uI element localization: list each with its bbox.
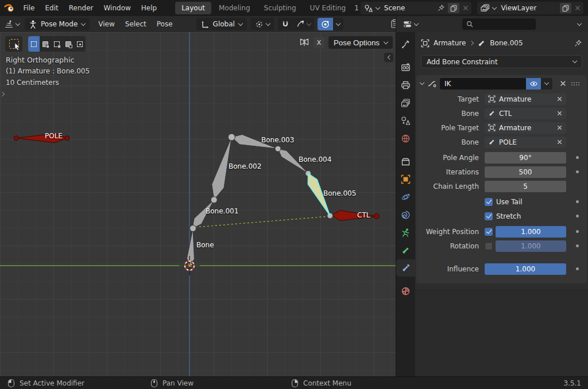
remove-view-layer-icon[interactable] <box>574 5 581 11</box>
snap-target-selector[interactable] <box>293 18 314 30</box>
tab-scene[interactable] <box>396 112 415 129</box>
tab-object[interactable] <box>396 170 415 188</box>
properties-search[interactable] <box>462 18 536 30</box>
pole-angle-animate-dot[interactable] <box>576 156 579 159</box>
bone-value[interactable]: CTL <box>499 110 553 118</box>
constraint-name-field[interactable]: IK <box>440 78 526 90</box>
tab-tool[interactable] <box>396 36 415 53</box>
chain-length-field[interactable]: 5 <box>485 181 566 192</box>
select-subtract-tool[interactable] <box>51 36 63 52</box>
stretch-animate-dot[interactable] <box>576 215 579 217</box>
tab-object-data[interactable] <box>396 224 415 241</box>
influence-animate-dot[interactable] <box>576 267 579 270</box>
use-tail-checkbox[interactable] <box>485 198 493 206</box>
use-tail-animate-dot[interactable] <box>576 200 579 203</box>
select-box-tool[interactable] <box>28 36 40 52</box>
constraint-enable-toggle[interactable] <box>526 78 541 90</box>
tab-output[interactable] <box>396 76 415 94</box>
tab-object-constraints[interactable] <box>396 206 415 223</box>
rotation-slider[interactable]: 1.000 <box>496 240 566 252</box>
rotation-animate-dot[interactable] <box>576 244 579 247</box>
pole-target-field[interactable]: Armature <box>485 122 566 134</box>
clipboard-icon[interactable] <box>390 19 396 29</box>
proportional-falloff-selector[interactable] <box>333 18 343 30</box>
tab-view-layer[interactable] <box>396 94 415 111</box>
pole-bone-field[interactable]: POLE <box>485 137 566 148</box>
tab-physics[interactable] <box>396 188 415 205</box>
target-field[interactable]: Armature <box>485 94 566 105</box>
pole-bone-value[interactable]: POLE <box>499 138 553 146</box>
breadcrumb-bone[interactable]: Bone.005 <box>490 39 523 47</box>
viewport-3d[interactable]: POLE Bone.003 Bone.004 Bone.002 Bone.005… <box>0 32 396 376</box>
tab-world[interactable] <box>396 130 415 147</box>
unlink-scene-icon[interactable] <box>462 5 469 11</box>
rotation-checkbox[interactable] <box>485 242 493 250</box>
pin-id-icon[interactable] <box>574 39 582 48</box>
sidebar-collapse-arrow[interactable] <box>384 53 393 62</box>
bone-field[interactable]: CTL <box>485 108 566 119</box>
tab-material[interactable] <box>396 282 415 299</box>
weight-position-checkbox[interactable] <box>485 228 493 236</box>
tab-bone-constraint[interactable] <box>396 259 415 277</box>
menu-select[interactable]: Select <box>120 18 152 30</box>
stretch-checkbox[interactable] <box>485 212 493 220</box>
scene-selector[interactable]: Scene <box>361 2 472 14</box>
snap-toggle[interactable] <box>278 18 293 30</box>
proportional-editing-toggle[interactable] <box>318 18 333 30</box>
transform-orientation-selector[interactable]: Global <box>196 18 247 30</box>
constraint-extras-dropdown[interactable] <box>541 78 552 90</box>
pole-angle-field[interactable]: 90° <box>485 152 566 164</box>
properties-editor-type-dropdown[interactable] <box>401 18 420 30</box>
workspace-tab-sculpting[interactable]: Sculpting <box>258 2 303 14</box>
target-value[interactable]: Armature <box>499 95 553 103</box>
cursor-3d[interactable] <box>179 256 200 275</box>
clear-bone-icon[interactable] <box>556 110 563 116</box>
clear-pole-target-icon[interactable] <box>556 125 563 131</box>
iterations-field[interactable]: 500 <box>485 166 566 178</box>
menu-pose[interactable]: Pose <box>152 18 178 30</box>
menu-view[interactable]: View <box>93 18 119 30</box>
drag-handle-icon[interactable] <box>571 82 580 85</box>
view-layer-browse-chevron-icon[interactable] <box>492 5 497 9</box>
workspace-tab-layout[interactable]: Layout <box>175 2 211 14</box>
pivot-point-selector[interactable] <box>250 18 274 30</box>
panel-collapse-chevron-icon[interactable] <box>420 80 424 85</box>
menu-help[interactable]: Help <box>136 2 162 14</box>
influence-slider[interactable]: 1.000 <box>485 263 566 275</box>
view-layer-selector[interactable]: ViewLayer <box>477 2 583 14</box>
scene-browse-chevron-icon[interactable] <box>376 5 380 9</box>
properties-filter-chevron-icon[interactable] <box>577 21 582 25</box>
pin-scene-icon[interactable] <box>437 4 445 12</box>
new-scene-button[interactable] <box>448 3 459 13</box>
clear-pole-bone-icon[interactable] <box>556 139 563 145</box>
weight-position-animate-dot[interactable] <box>576 230 579 233</box>
pose-options-dropdown[interactable]: Pose Options <box>328 36 393 49</box>
select-intersect-tool[interactable] <box>74 36 86 52</box>
scene-name[interactable]: Scene <box>382 4 435 12</box>
new-view-layer-button[interactable] <box>560 3 571 13</box>
iterations-animate-dot[interactable] <box>576 170 579 173</box>
editor-type-dropdown[interactable] <box>2 18 21 30</box>
select-extend-tool[interactable] <box>40 36 51 52</box>
tab-bone[interactable] <box>396 242 415 259</box>
mode-selector[interactable]: Pose Mode <box>25 18 90 30</box>
view-layer-name[interactable]: ViewLayer <box>499 4 557 12</box>
clear-target-icon[interactable] <box>556 96 563 102</box>
pole-target-value[interactable]: Armature <box>499 124 553 132</box>
workspace-tab-uv-editing[interactable]: UV Editing <box>304 2 353 14</box>
weight-position-slider[interactable]: 1.000 <box>496 226 566 238</box>
add-bone-constraint-button[interactable]: Add Bone Constraint <box>421 55 582 68</box>
select-difference-tool[interactable] <box>63 36 74 52</box>
workspace-tab-modeling[interactable]: Modeling <box>212 2 257 14</box>
tab-render[interactable] <box>396 59 415 76</box>
menu-edit[interactable]: Edit <box>40 2 63 14</box>
x-mirror-icon[interactable] <box>299 38 310 47</box>
mirror-x-toggle[interactable]: X <box>314 37 324 48</box>
blender-logo-icon[interactable] <box>3 2 16 14</box>
workspace-tab-clipped[interactable]: 1 <box>353 2 360 14</box>
breadcrumb-object[interactable]: Armature <box>434 39 466 47</box>
ctl-bone[interactable] <box>332 211 379 221</box>
toolbar-expand-arrow[interactable] <box>1 90 4 98</box>
delete-constraint-icon[interactable] <box>559 80 567 87</box>
tweak-tool-button[interactable] <box>5 36 22 52</box>
